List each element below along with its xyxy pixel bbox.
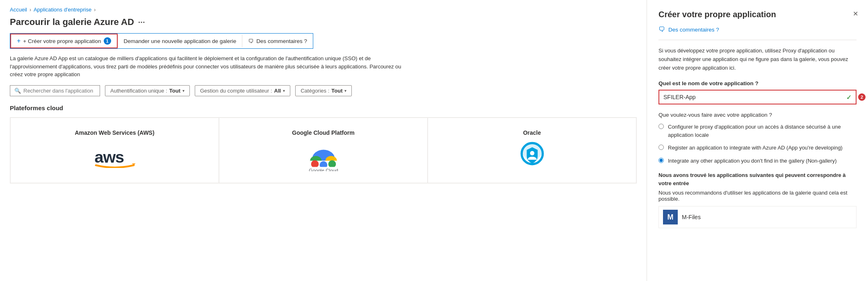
suggestion-section: Nous avons trouvé les applications suiva… <box>658 171 857 228</box>
cloud-grid: Amazon Web Services (AWS) aws Google Clo… <box>10 117 637 184</box>
suggestion-title: Nous avons trouvé les applications suiva… <box>658 171 857 187</box>
radio-option-3[interactable] <box>658 158 664 163</box>
app-name-label: Quel est le nom de votre application ? <box>658 80 857 86</box>
left-panel: Accueil › Applications d'entreprise › Pa… <box>0 0 647 281</box>
breadcrumb: Accueil › Applications d'entreprise › <box>10 7 637 13</box>
app-name-input[interactable] <box>659 91 856 104</box>
oracle-card-title: Oracle <box>523 129 541 136</box>
svg-point-12 <box>530 151 534 156</box>
categories-filter-chevron: ▾ <box>344 88 346 93</box>
cloud-section-title: Plateformes cloud <box>10 104 637 111</box>
feedback-button-toolbar[interactable]: 🗨 Des commentaires ? <box>242 35 313 47</box>
radio-item-1: Configurer le proxy d'application pour u… <box>658 123 857 139</box>
question-label: Que voulez-vous faire avec votre applica… <box>658 112 857 118</box>
suggestion-subtitle: Nous vous recommandons d'utiliser les ap… <box>658 190 857 202</box>
aws-logo: aws <box>92 143 137 171</box>
feedback-icon-toolbar: 🗨 <box>248 38 254 44</box>
search-input[interactable] <box>23 88 96 94</box>
mfiles-logo: M <box>663 210 678 224</box>
account-filter[interactable]: Gestion du compte utilisateur : All ▾ <box>195 85 290 96</box>
radio-item-2: Register an application to integrate wit… <box>658 144 857 152</box>
right-panel: ✕ Créer votre propre application 🗨 Des c… <box>647 0 868 281</box>
request-gallery-button[interactable]: Demander une nouvelle application de gal… <box>118 35 242 47</box>
input-check-icon: ✓ <box>846 93 852 101</box>
account-filter-chevron: ▾ <box>283 88 285 93</box>
cloud-card-oracle[interactable]: Oracle <box>428 118 636 183</box>
radio-label-3[interactable]: Integrate any other application you don'… <box>668 157 837 165</box>
plus-icon: + <box>17 37 21 45</box>
radio-option-1[interactable] <box>658 124 664 129</box>
search-icon: 🔍 <box>14 88 21 94</box>
panel-description: Si vous développez votre propre applicat… <box>658 47 857 72</box>
feedback-row[interactable]: 🗨 Des commentaires ? <box>658 26 857 33</box>
app-name-field-wrapper: ✓ 2 <box>658 90 857 104</box>
feedback-icon-panel: 🗨 <box>658 26 665 33</box>
radio-group: Configurer le proxy d'application pour u… <box>658 123 857 165</box>
create-app-button[interactable]: + + Créer votre propre application 1 <box>10 34 118 48</box>
cloud-card-aws[interactable]: Amazon Web Services (AWS) aws <box>10 118 219 183</box>
auth-filter-chevron: ▾ <box>182 88 185 93</box>
toolbar: + + Créer votre propre application 1 Dem… <box>10 33 313 49</box>
radio-item-3: Integrate any other application you don'… <box>658 157 857 165</box>
oracle-logo <box>510 143 555 171</box>
cloud-card-gcp[interactable]: Google Cloud Platform <box>219 118 428 183</box>
search-box[interactable]: 🔍 <box>10 85 100 96</box>
gcp-card-title: Google Cloud Platform <box>292 129 354 136</box>
breadcrumb-sep-1: › <box>30 7 31 13</box>
radio-label-1[interactable]: Configurer le proxy d'application pour u… <box>668 123 857 139</box>
panel-divider-top <box>658 40 857 40</box>
radio-label-2[interactable]: Register an application to integrate wit… <box>668 144 843 152</box>
filters-bar: 🔍 Authentification unique : Tout ▾ Gesti… <box>10 85 637 96</box>
close-button[interactable]: ✕ <box>851 8 860 19</box>
svg-text:aws: aws <box>94 148 124 166</box>
svg-point-8 <box>328 160 336 168</box>
suggestion-item-mfiles[interactable]: M M-Files <box>658 206 857 228</box>
page-description: La galerie Azure AD App est un catalogue… <box>10 54 412 79</box>
badge-2: 2 <box>858 93 866 101</box>
breadcrumb-accueil[interactable]: Accueil <box>10 7 27 13</box>
auth-filter[interactable]: Authentification unique : Tout ▾ <box>105 85 190 96</box>
suggestion-item-name: M-Files <box>682 214 701 220</box>
page-title-menu[interactable]: ··· <box>138 18 145 27</box>
breadcrumb-enterprise-apps[interactable]: Applications d'entreprise <box>34 7 91 13</box>
radio-option-2[interactable] <box>658 145 664 150</box>
gcp-logo: Google Cloud <box>301 143 346 171</box>
svg-point-6 <box>311 160 319 168</box>
badge-1: 1 <box>104 37 111 45</box>
breadcrumb-sep-2: › <box>94 7 96 13</box>
categories-filter[interactable]: Catégories : Tout ▾ <box>295 85 352 96</box>
page-title: Parcourir la galerie Azure AD ··· <box>10 17 637 27</box>
svg-text:Google Cloud: Google Cloud <box>309 168 338 171</box>
aws-card-title: Amazon Web Services (AWS) <box>75 129 154 136</box>
panel-title: Créer votre propre application <box>658 10 857 19</box>
